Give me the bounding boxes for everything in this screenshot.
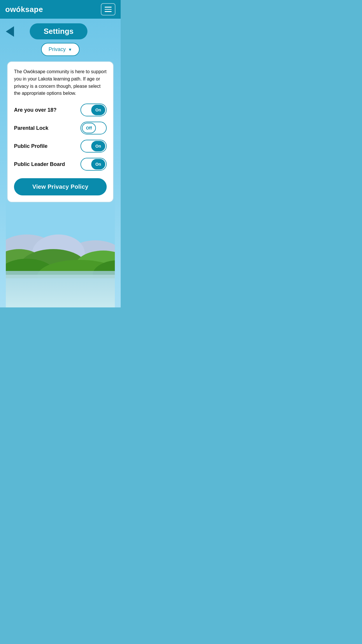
landscape-svg: [6, 197, 115, 278]
toggle-row-over18: Are you over 18? On: [14, 104, 107, 116]
privacy-dropdown-label: Privacy: [49, 46, 66, 52]
toggle-switch-public-profile[interactable]: On: [80, 140, 107, 153]
back-button[interactable]: [6, 26, 14, 37]
card-description: The Owóksape community is here to suppor…: [14, 68, 107, 97]
toggle-knob-public-leaderboard: On: [91, 159, 105, 169]
privacy-dropdown-row: Privacy ▼: [6, 43, 115, 56]
toggle-label-public-profile: Public Profile: [14, 143, 48, 149]
toggle-knob-parental-lock: Off: [82, 123, 96, 133]
sky-background: Settings Privacy ▼ The Owóksape communit…: [0, 19, 121, 307]
hamburger-icon: [105, 7, 112, 8]
hamburger-icon: [105, 9, 112, 10]
toggle-row-parental-lock: Parental Lock Off: [14, 122, 107, 134]
water-background: [6, 278, 115, 307]
toggle-knob-public-profile: On: [91, 141, 105, 151]
toggle-switch-over18[interactable]: On: [80, 104, 107, 116]
page-title: Settings: [30, 23, 88, 39]
toggle-row-public-leaderboard: Public Leader Board On: [14, 158, 107, 171]
toggle-knob-over18: On: [91, 105, 105, 115]
privacy-dropdown-button[interactable]: Privacy ▼: [41, 43, 80, 56]
hamburger-icon: [105, 11, 112, 12]
toggle-switch-public-leaderboard[interactable]: On: [80, 158, 107, 171]
view-privacy-policy-button[interactable]: View Privacy Policy: [14, 178, 107, 195]
app-header: owóksape: [0, 0, 121, 19]
toggle-label-over18: Are you over 18?: [14, 107, 57, 113]
page-title-container: Settings: [14, 23, 103, 39]
toggle-label-public-leaderboard: Public Leader Board: [14, 161, 65, 167]
svg-rect-13: [6, 275, 115, 278]
toggle-switch-parental-lock[interactable]: Off: [80, 122, 107, 134]
chevron-down-icon: ▼: [68, 47, 72, 52]
app-title: owóksape: [5, 5, 43, 14]
toggle-row-public-profile: Public Profile On: [14, 140, 107, 153]
landscape-background: [6, 197, 115, 278]
top-navigation: Settings: [6, 23, 115, 39]
toggle-label-parental-lock: Parental Lock: [14, 125, 48, 131]
hamburger-button[interactable]: [101, 3, 115, 15]
settings-card: The Owóksape community is here to suppor…: [7, 61, 114, 202]
back-arrow-icon: [6, 26, 14, 37]
